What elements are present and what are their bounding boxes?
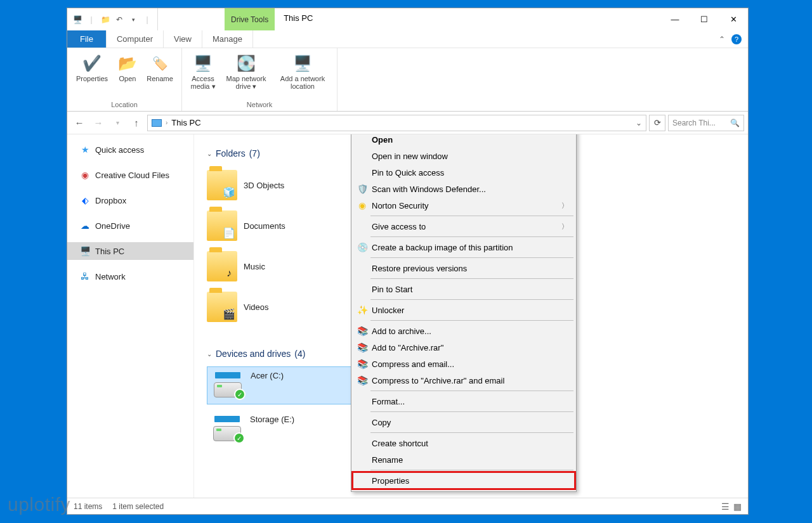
window-title: This PC — [275, 8, 322, 30]
folder-add-icon[interactable]: 📁 — [100, 15, 110, 25]
undo-icon[interactable]: ↶ — [114, 15, 124, 25]
ribbon-map-drive[interactable]: 💽 Map network drive ▾ — [221, 51, 271, 93]
norton-icon: ◉ — [357, 200, 368, 211]
icons-view-icon[interactable]: ▦ — [733, 501, 742, 512]
ctx-pin-quick-access[interactable]: Pin to Quick access — [353, 164, 575, 181]
onedrive-icon: ☁ — [80, 221, 90, 231]
backup-icon: 💿 — [357, 242, 368, 253]
body: ★ Quick access ◉ Creative Cloud Files ⬖ … — [67, 134, 748, 498]
search-box[interactable]: Search Thi... 🔍 — [668, 115, 744, 131]
ctx-open[interactable]: Open — [353, 134, 575, 148]
qat-sep: | — [86, 15, 96, 25]
sidebar-quick-access[interactable]: ★ Quick access — [67, 141, 193, 158]
ctx-separator — [370, 236, 573, 237]
recent-dropdown[interactable]: ▾ — [109, 115, 126, 131]
drive-network-icon: 💽 — [236, 53, 256, 74]
ribbon-access-media[interactable]: 🖥️ Access media ▾ — [187, 51, 219, 93]
breadcrumb-caret[interactable]: › — [166, 119, 167, 126]
this-pc-icon — [152, 119, 162, 127]
caret-down-icon: ⌄ — [207, 351, 212, 358]
folder-3d-objects[interactable]: 🧊 3D Objects — [207, 166, 359, 204]
minimize-button[interactable]: ― — [660, 8, 690, 30]
folder-icon: 🧊 — [207, 170, 237, 200]
ctx-create-backup[interactable]: 💿Create a backup image of this partition — [353, 239, 575, 255]
tab-computer[interactable]: Computer — [107, 30, 164, 48]
help-icon[interactable]: ? — [731, 34, 742, 44]
ctx-add-rar[interactable]: 📚Add to "Archive.rar" — [353, 339, 575, 356]
breadcrumb-this-pc[interactable]: This PC — [171, 118, 200, 127]
ctx-compress-email[interactable]: 📚Compress and email... — [353, 356, 575, 372]
wand-icon: ✨ — [357, 304, 368, 316]
ctx-separator — [370, 432, 573, 433]
open-folder-icon: 📂 — [117, 53, 138, 74]
status-selected: 1 item selected — [112, 502, 164, 511]
tab-file[interactable]: File — [67, 30, 107, 48]
submenu-arrow-icon: 〉 — [561, 222, 568, 231]
ribbon-rename[interactable]: 🏷️ Rename — [143, 51, 176, 85]
cube-icon: 🧊 — [222, 185, 236, 199]
ctx-restore-previous[interactable]: Restore previous versions — [353, 260, 575, 276]
folder-music[interactable]: ♪ Music — [207, 247, 359, 285]
ribbon-group-network-label: Network — [247, 100, 272, 110]
folder-videos[interactable]: 🎬 Videos — [207, 288, 359, 326]
folder-icon: 🎬 — [207, 292, 237, 322]
ctx-separator — [370, 216, 573, 216]
tab-manage[interactable]: Manage — [202, 30, 253, 48]
explorer-window: 🖥️ | 📁 ↶ ▾ | Drive Tools This PC ― ☐ ✕ F… — [67, 8, 749, 515]
close-button[interactable]: ✕ — [719, 8, 748, 30]
sidebar-creative-cloud[interactable]: ◉ Creative Cloud Files — [67, 166, 193, 184]
checkmark-badge-icon: ✓ — [234, 389, 246, 400]
details-view-icon[interactable]: ☰ — [721, 501, 730, 512]
window-controls: ― ☐ ✕ — [660, 8, 748, 30]
forward-button[interactable]: → — [90, 115, 107, 131]
navigation-pane: ★ Quick access ◉ Creative Cloud Files ⬖ … — [67, 134, 194, 498]
qat-dropdown-icon[interactable]: ▾ — [128, 15, 138, 25]
ctx-open-new-window[interactable]: Open in new window — [353, 148, 575, 164]
ctx-add-archive[interactable]: 📚Add to archive... — [353, 323, 575, 339]
maximize-button[interactable]: ☐ — [690, 8, 719, 30]
ctx-pin-start[interactable]: Pin to Start — [353, 281, 575, 297]
ctx-give-access[interactable]: Give access to〉 — [353, 218, 575, 235]
ribbon-tabs: File Computer View Manage ⌃ ? — [67, 30, 748, 48]
ribbon-collapse-icon[interactable]: ⌃ — [719, 35, 725, 44]
sidebar-dropbox[interactable]: ⬖ Dropbox — [67, 191, 193, 209]
ctx-separator — [370, 320, 573, 321]
ctx-scan-defender[interactable]: 🛡️Scan with Windows Defender... — [353, 181, 575, 197]
sidebar-this-pc[interactable]: 🖥️ This PC — [67, 242, 193, 260]
ribbon-group-network: 🖥️ Access media ▾ 💽 Map network drive ▾ … — [182, 48, 337, 111]
drive-tools-tab[interactable]: Drive Tools — [225, 8, 275, 30]
star-icon: ★ — [80, 145, 90, 155]
folder-documents[interactable]: 📄 Documents — [207, 207, 359, 245]
ribbon-add-network-location[interactable]: 🖥️ Add a network location — [273, 51, 332, 93]
address-bar[interactable]: › This PC ⌄ — [147, 115, 646, 131]
sidebar-onedrive[interactable]: ☁ OneDrive — [67, 217, 193, 235]
back-button[interactable]: ← — [71, 115, 88, 131]
address-dropdown[interactable]: ⌄ — [636, 119, 642, 127]
up-button[interactable]: ↑ — [128, 115, 145, 131]
media-icon: 🖥️ — [193, 53, 213, 74]
ctx-separator — [370, 278, 573, 279]
ribbon-group-location-label: Location — [111, 100, 138, 110]
ribbon-open[interactable]: 📂 Open — [114, 51, 141, 85]
ctx-separator — [370, 411, 573, 412]
shield-icon: 🛡️ — [357, 183, 368, 195]
ctx-properties[interactable]: Properties — [353, 472, 575, 489]
status-bar: 11 items 1 item selected ☰ ▦ — [67, 498, 748, 514]
books-icon: 📚 — [357, 375, 368, 386]
properties-icon: ✔️ — [82, 53, 102, 74]
ctx-norton-security[interactable]: ◉Norton Security〉 — [353, 197, 575, 214]
tab-view[interactable]: View — [164, 30, 202, 48]
refresh-button[interactable]: ⟳ — [649, 115, 665, 131]
dropbox-icon: ⬖ — [80, 195, 90, 205]
ctx-unlocker[interactable]: ✨Unlocker — [353, 302, 575, 318]
ctx-rename[interactable]: Rename — [353, 451, 575, 468]
folder-icon: 📄 — [207, 210, 237, 241]
ctx-copy[interactable]: Copy — [353, 414, 575, 430]
ctx-create-shortcut[interactable]: Create shortcut — [353, 435, 575, 451]
ribbon-properties[interactable]: ✔️ Properties — [72, 51, 112, 85]
sidebar-network[interactable]: 🖧 Network — [67, 268, 193, 285]
ctx-format[interactable]: Format... — [353, 393, 575, 410]
search-placeholder: Search Thi... — [672, 119, 716, 127]
ctx-compress-rar-email[interactable]: 📚Compress to "Archive.rar" and email — [353, 372, 575, 389]
checkmark-badge-icon: ✓ — [233, 432, 245, 444]
